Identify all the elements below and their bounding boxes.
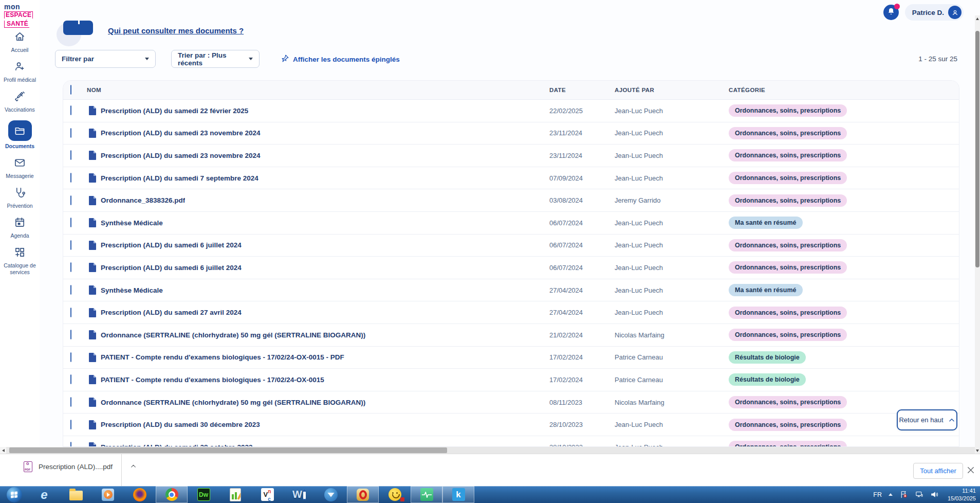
table-row[interactable]: Ordonnance_3838326.pdf 03/08/2024 Jeremy…: [63, 189, 959, 212]
sidebar-item-prevention[interactable]: Prévention: [0, 187, 40, 209]
document-author: Nicolas Marfaing: [615, 331, 729, 339]
document-author: Jean-Luc Puech: [615, 152, 729, 159]
sidebar-item-profil-medical[interactable]: Profil médical: [0, 61, 40, 83]
row-checkbox[interactable]: [70, 442, 71, 447]
table-row[interactable]: Synthèse Médicale 06/07/2024 Jean-Luc Pu…: [63, 212, 959, 235]
row-checkbox[interactable]: [70, 262, 71, 272]
sort-dropdown[interactable]: Trier par : Plus récents: [171, 50, 260, 68]
vertical-scrollbar[interactable]: [975, 15, 980, 454]
filter-dropdown[interactable]: Filtrer par: [55, 50, 156, 68]
avatar-icon: [948, 6, 961, 19]
who-can-consult-link[interactable]: Qui peut consulter mes documents ?: [108, 26, 244, 35]
document-icon: [89, 375, 96, 384]
taskbar-word-icon[interactable]: W: [283, 486, 315, 503]
document-author: Jean-Luc Puech: [615, 241, 729, 249]
row-checkbox[interactable]: [70, 218, 71, 227]
category-badge: Ordonnances, soins, prescriptions: [729, 441, 847, 447]
start-button[interactable]: [0, 486, 28, 503]
taskbar-health-monitor-icon[interactable]: [411, 486, 442, 503]
taskbar-opera-icon[interactable]: [347, 486, 379, 503]
taskbar-vnc-icon[interactable]: Vnc: [251, 486, 283, 503]
document-name: PATIENT - Compte rendu d'examens biologi…: [101, 353, 344, 361]
table-row[interactable]: Prescription (ALD) du samedi 28 octobre …: [63, 436, 959, 447]
action-center-flag-icon[interactable]: [899, 490, 908, 499]
taskbar-log-editor-icon[interactable]: [219, 486, 251, 503]
document-author: Jean-Luc Puech: [615, 174, 729, 182]
sidebar-item-messagerie[interactable]: Messagerie: [0, 157, 40, 179]
document-date: 08/11/2023: [549, 399, 615, 406]
table-row[interactable]: Prescription (ALD) du samedi 6 juillet 2…: [63, 235, 959, 257]
horizontal-scrollbar[interactable]: [0, 447, 975, 454]
show-pinned-documents-link[interactable]: Afficher les documents épinglés: [281, 54, 400, 64]
row-checkbox[interactable]: [70, 285, 71, 295]
sidebar-item-accueil[interactable]: Accueil: [0, 31, 40, 53]
header-actions: Patrice D.: [883, 4, 964, 21]
table-row[interactable]: Prescription (ALD) du samedi 23 novembre…: [63, 145, 959, 167]
chevron-down-icon: [145, 58, 149, 60]
row-checkbox[interactable]: [70, 240, 71, 250]
select-all-checkbox[interactable]: [70, 85, 71, 95]
document-date: 06/07/2024: [549, 219, 615, 227]
horizontal-scrollbar-thumb[interactable]: [9, 447, 447, 453]
table-row[interactable]: PATIENT - Compte rendu d'examens biologi…: [63, 347, 959, 369]
back-to-top-label: Retour en haut: [899, 416, 943, 424]
category-badge: Ordonnances, soins, prescriptions: [729, 261, 847, 274]
row-checkbox[interactable]: [70, 105, 71, 115]
scroll-up-arrow[interactable]: [975, 15, 980, 22]
downloaded-file-item[interactable]: Prescription (ALD)....pdf: [24, 461, 137, 472]
table-row[interactable]: Ordonnance (SERTRALINE (chlorhydrate) 50…: [63, 391, 959, 414]
volume-icon[interactable]: [930, 490, 939, 499]
vertical-scrollbar-thumb[interactable]: [975, 31, 979, 267]
row-checkbox[interactable]: [70, 352, 71, 362]
show-all-downloads-button[interactable]: Tout afficher: [913, 463, 963, 479]
tray-expand-icon[interactable]: [889, 493, 893, 496]
taskbar-kite-icon[interactable]: k: [442, 486, 474, 503]
sidebar-item-catalogue-services[interactable]: Catalogue de services: [0, 246, 40, 275]
table-row[interactable]: Synthèse Médicale 27/04/2024 Jean-Luc Pu…: [63, 279, 959, 302]
browser-download-bar: Prescription (ALD)....pdf Tout afficher: [0, 454, 980, 486]
taskbar-smiley-app-icon[interactable]: [379, 486, 411, 503]
table-row[interactable]: Ordonnance (SERTRALINE (chlorhydrate) 50…: [63, 324, 959, 347]
row-checkbox[interactable]: [70, 330, 71, 339]
add-document-button[interactable]: [63, 21, 93, 35]
row-checkbox[interactable]: [70, 173, 71, 183]
sidebar-item-vaccinations[interactable]: Vaccinations: [0, 91, 40, 113]
table-row[interactable]: Prescription (ALD) du samedi 23 novembre…: [63, 122, 959, 145]
taskbar-thunderbird-icon[interactable]: [315, 486, 347, 503]
table-row[interactable]: PATIENT - Compte rendu d'examens biologi…: [63, 369, 959, 391]
category-badge: Ordonnances, soins, prescriptions: [729, 104, 847, 117]
notifications-button[interactable]: [883, 5, 899, 20]
taskbar-internet-explorer-icon[interactable]: e: [28, 486, 60, 503]
row-checkbox[interactable]: [70, 397, 71, 407]
sidebar-item-documents[interactable]: Documents: [0, 120, 40, 149]
user-menu[interactable]: Patrice D.: [905, 4, 964, 21]
table-row[interactable]: Prescription (ALD) du samedi 6 juillet 2…: [63, 257, 959, 279]
taskbar-clock[interactable]: 11:41 15/03/2025: [948, 487, 976, 502]
close-download-bar-button[interactable]: [966, 465, 975, 475]
sidebar-item-agenda[interactable]: Agenda: [0, 217, 40, 239]
row-checkbox[interactable]: [70, 374, 71, 384]
taskbar-dreamweaver-icon[interactable]: Dw: [188, 486, 219, 503]
back-to-top-button[interactable]: Retour en haut: [897, 409, 957, 430]
language-indicator[interactable]: FR: [873, 491, 882, 498]
table-row[interactable]: Prescription (ALD) du samedi 7 septembre…: [63, 167, 959, 190]
scroll-left-arrow[interactable]: [0, 447, 6, 454]
table-row[interactable]: Prescription (ALD) du samedi 27 avril 20…: [63, 301, 959, 324]
mon-espace-sante-app: mon ESPACE SANTÉ Accueil Profil médical …: [0, 0, 980, 503]
row-checkbox[interactable]: [70, 420, 71, 429]
table-row[interactable]: Prescription (ALD) du samedi 30 décembre…: [63, 414, 959, 436]
network-icon[interactable]: [915, 490, 923, 499]
table-row[interactable]: Prescription (ALD) du samedi 22 février …: [63, 100, 959, 122]
taskbar-media-player-icon[interactable]: [92, 486, 124, 503]
mes-logo[interactable]: mon ESPACE SANTÉ: [4, 3, 34, 28]
row-checkbox[interactable]: [70, 195, 71, 205]
taskbar-file-explorer-icon[interactable]: [60, 486, 92, 503]
row-checkbox[interactable]: [70, 128, 71, 138]
scroll-down-arrow[interactable]: [975, 447, 980, 454]
download-options-button[interactable]: [130, 462, 137, 472]
row-checkbox[interactable]: [70, 150, 71, 160]
taskbar-firefox-icon[interactable]: [124, 486, 156, 503]
sidebar-item-label: Vaccinations: [4, 106, 36, 113]
row-checkbox[interactable]: [70, 308, 71, 317]
taskbar-chrome-icon[interactable]: [156, 486, 188, 503]
